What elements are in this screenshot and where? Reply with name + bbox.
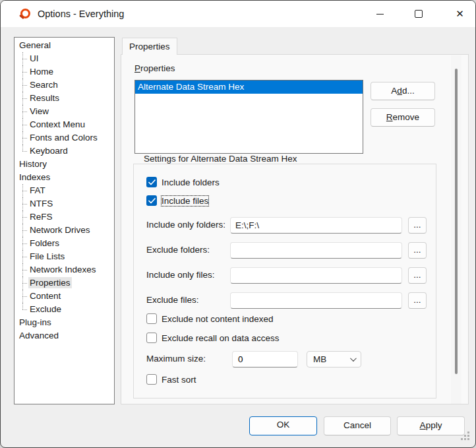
remove-button[interactable]: Remove [371, 108, 435, 127]
maximum-size-unit-value: MB [313, 354, 326, 364]
properties-list-label: Properties [134, 63, 175, 73]
window-title: Options - Everything [38, 1, 124, 27]
sidebar-item-home[interactable]: Home [15, 65, 114, 79]
include-only-files-input[interactable] [230, 267, 402, 284]
sidebar-item-results[interactable]: Results [15, 92, 114, 105]
options-dialog: Options - Everything ✕ General UI Home S… [0, 0, 476, 448]
sidebar-item-fat[interactable]: FAT [15, 184, 114, 197]
titlebar[interactable]: Options - Everything ✕ [1, 1, 475, 27]
sidebar-item-exclude[interactable]: Exclude [15, 303, 114, 316]
options-tree: General UI Home Search Results View Cont… [14, 37, 115, 404]
include-only-folders-input[interactable] [230, 217, 402, 234]
sidebar-item-advanced[interactable]: Advanced [15, 329, 114, 342]
sidebar-item-file-lists[interactable]: File Lists [15, 250, 114, 263]
browse-exclude-folders-button[interactable]: ... [408, 242, 427, 259]
sidebar-item-history[interactable]: History [15, 158, 114, 171]
maximize-button[interactable] [403, 1, 433, 27]
sidebar-item-fonts-and-colors[interactable]: Fonts and Colors [15, 131, 114, 144]
tab-properties[interactable]: Properties [122, 38, 177, 55]
sidebar-item-network-indexes[interactable]: Network Indexes [15, 263, 114, 276]
maximum-size-unit-select[interactable]: MB [307, 351, 361, 368]
minimize-button[interactable] [365, 1, 395, 27]
include-folders-row: Include folders [146, 176, 220, 188]
exclude-folders-label: Exclude folders: [146, 245, 210, 255]
browse-exclude-files-button[interactable]: ... [408, 292, 427, 309]
exclude-not-content-indexed-label: Exclude not content indexed [162, 314, 274, 324]
include-only-folders-label: Include only folders: [146, 220, 225, 230]
exclude-recall-on-data-access-label: Exclude recall on data access [162, 333, 280, 343]
property-list-item-selected[interactable]: Alternate Data Stream Hex [135, 80, 363, 94]
sidebar-item-indexes[interactable]: Indexes [15, 171, 114, 184]
sidebar-item-general[interactable]: General [15, 39, 114, 52]
sidebar-item-ntfs[interactable]: NTFS [15, 197, 114, 210]
fast-sort-label: Fast sort [162, 375, 196, 385]
minimize-icon [376, 14, 384, 15]
exclude-not-content-indexed-row: Exclude not content indexed [146, 313, 274, 325]
resize-grip-icon[interactable] [467, 432, 469, 433]
everything-magnifier-icon[interactable] [20, 9, 30, 18]
apply-button[interactable]: Apply [397, 416, 465, 435]
browse-include-only-files-button[interactable]: ... [408, 267, 427, 284]
sidebar-item-ui[interactable]: UI [15, 52, 114, 65]
maximize-icon [415, 10, 423, 18]
sidebar-item-search[interactable]: Search [15, 79, 114, 92]
chevron-down-icon [350, 355, 357, 362]
exclude-folders-input[interactable] [230, 242, 402, 259]
exclude-recall-on-data-access-checkbox[interactable] [146, 333, 157, 343]
settings-group-legend: Settings for Alternate Data Stream Hex [141, 154, 300, 164]
include-files-label: Include files [162, 196, 208, 206]
exclude-not-content-indexed-checkbox[interactable] [146, 313, 157, 324]
include-files-checkbox[interactable] [146, 195, 157, 206]
ok-button[interactable]: OK [249, 416, 317, 435]
properties-page: Properties Alternate Data Stream Hex Add… [121, 54, 469, 404]
include-only-files-label: Include only files: [146, 270, 215, 280]
sidebar-item-plug-ins[interactable]: Plug-ins [15, 316, 114, 329]
fast-sort-row: Fast sort [146, 373, 196, 385]
maximum-size-input[interactable] [232, 351, 298, 368]
include-files-row: Include files [146, 195, 208, 207]
sidebar-item-context-menu[interactable]: Context Menu [15, 118, 114, 131]
sidebar-item-content[interactable]: Content [15, 290, 114, 303]
close-icon: ✕ [456, 8, 464, 20]
exclude-recall-on-data-access-row: Exclude recall on data access [146, 332, 280, 344]
sidebar-item-network-drives[interactable]: Network Drives [15, 224, 114, 237]
vertical-scrollbar[interactable] [451, 55, 461, 404]
browse-include-only-folders-button[interactable]: ... [408, 217, 427, 234]
include-folders-label: Include folders [162, 177, 220, 187]
exclude-files-input[interactable] [230, 292, 402, 309]
properties-listbox[interactable]: Alternate Data Stream Hex [134, 80, 363, 154]
fast-sort-checkbox[interactable] [146, 374, 157, 385]
check-icon [148, 198, 156, 204]
maximum-size-label: Maximum size: [146, 354, 206, 364]
sidebar-item-folders[interactable]: Folders [15, 237, 114, 250]
check-icon [148, 179, 156, 185]
include-folders-checkbox[interactable] [146, 177, 157, 187]
close-button[interactable]: ✕ [445, 1, 475, 27]
scrollbar-thumb[interactable] [455, 69, 458, 374]
sidebar-item-keyboard[interactable]: Keyboard [15, 144, 114, 158]
exclude-files-label: Exclude files: [146, 295, 199, 305]
sidebar-item-refs[interactable]: ReFS [15, 210, 114, 224]
cancel-button[interactable]: Cancel [324, 416, 391, 435]
add-button[interactable]: Add... [371, 82, 435, 100]
sidebar-item-view[interactable]: View [15, 105, 114, 118]
sidebar-item-properties[interactable]: Properties [15, 276, 114, 290]
